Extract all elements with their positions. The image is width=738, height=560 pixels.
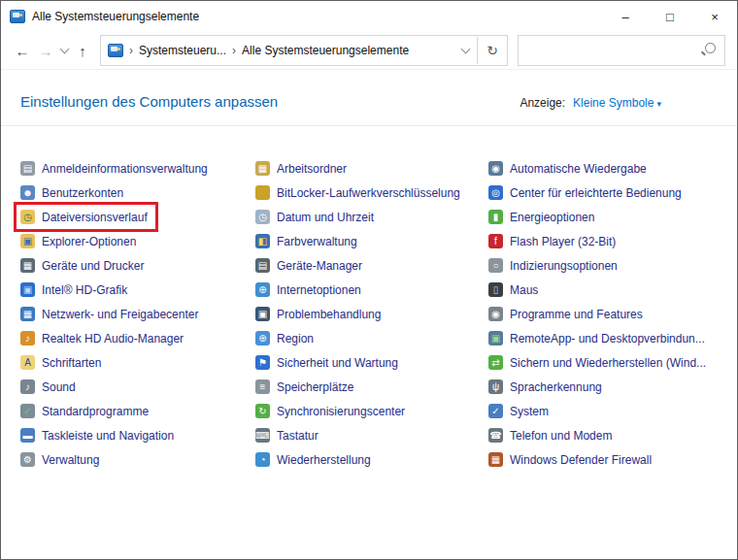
item-bitlocker-drive-encryption[interactable]: BitLocker-Laufwerkverschlüsselung [252,181,468,205]
realtek-hd-audio-manager-icon: ♪ [20,331,35,346]
view-label: Anzeige: [520,96,565,110]
keyboard-icon: ⌨ [255,428,270,443]
item-user-accounts[interactable]: ☻Benutzerkonten [17,181,131,205]
item-remoteapp-desktop-connections[interactable]: ▣RemoteApp- und Desktopverbindun... [485,326,713,350]
item-region[interactable]: ⊕Region [252,326,321,350]
item-realtek-hd-audio-manager[interactable]: ♪Realtek HD Audio-Manager [17,326,191,350]
item-keyboard[interactable]: ⌨Tastatur [252,423,326,447]
item-phone-and-modem[interactable]: ☎Telefon und Modem [485,423,620,447]
item-sound[interactable]: ♪Sound [17,375,84,399]
title-bar: Alle Systemsteuerungselemente – □ × [1,1,737,32]
item-label: Anmeldeinformationsverwaltung [42,162,208,176]
windows-defender-firewall-icon: ▦ [488,452,503,467]
item-default-programs[interactable]: ✓Standardprogramme [17,399,156,423]
flash-player-icon: f [488,234,503,248]
minimize-button[interactable]: – [603,1,648,32]
recovery-icon: ◔ [255,452,270,467]
item-troubleshooting[interactable]: ▣Problembehandlung [252,302,388,326]
item-fonts[interactable]: ASchriftarten [17,350,109,375]
item-indexing-options[interactable]: ○Indizierungsoptionen [485,253,625,278]
item-label: Tastatur [277,429,319,443]
item-label: System [510,405,549,418]
item-network-sharing-center[interactable]: ▦Netzwerk- und Freigabecenter [17,302,206,326]
item-power-options[interactable]: ▮Energieoptionen [485,205,602,229]
item-backup-and-restore[interactable]: ⇄Sichern und Wiederherstellen (Wind... [485,350,714,375]
ease-of-access-center-icon: ◎ [488,185,503,200]
user-accounts-icon: ☻ [20,185,35,200]
item-file-explorer-options[interactable]: ▣Explorer-Optionen [17,229,144,253]
item-devices-and-printers[interactable]: ▦Geräte und Drucker [17,253,151,278]
chevron-down-icon [460,45,470,54]
item-flash-player[interactable]: fFlash Player (32-Bit) [485,229,623,253]
item-programs-and-features[interactable]: ◉Programme und Features [485,302,651,326]
breadcrumb-control-panel[interactable]: Systemsteueru... [139,44,226,57]
item-security-and-maintenance[interactable]: ⚑Sicherheit und Wartung [252,350,406,375]
item-label: Internetoptionen [277,283,361,297]
item-taskbar-navigation[interactable]: ▬Taskleiste und Navigation [17,423,182,447]
item-file-history[interactable]: ◷Dateiversionsverlauf [17,205,155,229]
item-credential-manager[interactable]: ▤Anmeldeinformationsverwaltung [17,156,216,181]
history-dropdown-button[interactable] [57,49,71,52]
item-internet-options[interactable]: ⊕Internetoptionen [252,278,369,302]
maximize-button[interactable]: □ [648,1,692,32]
item-storage-spaces[interactable]: ≡Speicherplätze [252,375,361,399]
item-label: Sichern und Wiederherstellen (Wind... [510,356,706,370]
item-autoplay[interactable]: ◉Automatische Wiedergabe [485,156,654,181]
view-selector: Anzeige: Kleine Symbole▾ [520,96,661,110]
item-work-folders[interactable]: ▦Arbeitsordner [252,156,354,181]
item-label: Farbverwaltung [277,235,357,248]
security-and-maintenance-icon: ⚑ [255,355,270,370]
credential-manager-icon: ▤ [20,161,35,176]
item-date-and-time[interactable]: ◷Datum und Uhrzeit [252,205,382,229]
item-ease-of-access-center[interactable]: ◎Center für erleichterte Bedienung [485,181,689,205]
item-label: Standardprogramme [42,405,149,418]
item-recovery[interactable]: ◔Wiederherstellung [252,447,379,472]
view-value-dropdown[interactable]: Kleine Symbole▾ [573,96,661,110]
item-sync-center[interactable]: ↻Synchronisierungscenter [252,399,413,423]
item-label: BitLocker-Laufwerkverschlüsselung [277,186,460,200]
backup-and-restore-icon: ⇄ [488,355,503,370]
item-mouse[interactable]: ▯Maus [485,278,546,302]
item-label: Geräte-Manager [277,259,362,273]
item-system[interactable]: ✓System [485,399,556,423]
search-icon [705,43,716,53]
administrative-tools-icon: ⚙ [20,452,35,467]
sync-center-icon: ↻ [255,404,270,418]
items-column-3: ◉Automatische Wiedergabe◎Center für erle… [485,156,723,472]
breadcrumb-all-items[interactable]: Alle Systemsteuerungselemente [242,44,409,57]
breadcrumb-separator-icon: › [232,44,236,57]
item-label: Energieoptionen [510,211,594,224]
item-label: Realtek HD Audio-Manager [42,332,184,346]
item-label: Arbeitsordner [277,162,347,176]
close-button[interactable]: × [692,1,737,32]
search-input[interactable] [519,36,724,65]
item-label: Center für erleichterte Bedienung [510,186,682,200]
control-panel-icon [108,44,123,57]
item-color-management[interactable]: ◧Farbverwaltung [252,229,365,253]
item-administrative-tools[interactable]: ⚙Verwaltung [17,447,107,472]
region-icon: ⊕ [255,331,270,346]
item-windows-defender-firewall[interactable]: ▦Windows Defender Firewall [485,447,659,472]
programs-and-features-icon: ◉ [488,307,503,321]
search-box [518,35,725,66]
fonts-icon: A [20,355,35,370]
item-label: Speicherplätze [277,380,353,394]
item-speech-recognition[interactable]: ψSpracherkennung [485,375,610,399]
address-dropdown-button[interactable] [453,49,477,52]
system-icon: ✓ [488,404,503,418]
window-controls: – □ × [603,1,737,32]
items-grid: ▤Anmeldeinformationsverwaltung☻Benutzerk… [17,156,723,472]
address-bar[interactable]: › Systemsteueru... › Alle Systemsteuerun… [100,35,508,66]
refresh-button[interactable]: ↻ [478,37,507,64]
control-panel-window: Alle Systemsteuerungselemente – □ × ← → … [0,0,738,560]
back-button[interactable]: ← [11,38,34,63]
item-label: Maus [510,283,538,297]
work-folders-icon: ▦ [255,161,270,176]
item-label: Synchronisierungscenter [277,405,405,418]
forward-button[interactable]: → [34,38,57,63]
item-intel-hd-graphics[interactable]: ▣Intel® HD-Grafik [17,278,135,302]
file-explorer-options-icon: ▣ [20,234,35,248]
up-button[interactable]: ↑ [71,38,94,63]
item-label: Datum und Uhrzeit [277,211,374,224]
item-device-manager[interactable]: ▤Geräte-Manager [252,253,370,278]
